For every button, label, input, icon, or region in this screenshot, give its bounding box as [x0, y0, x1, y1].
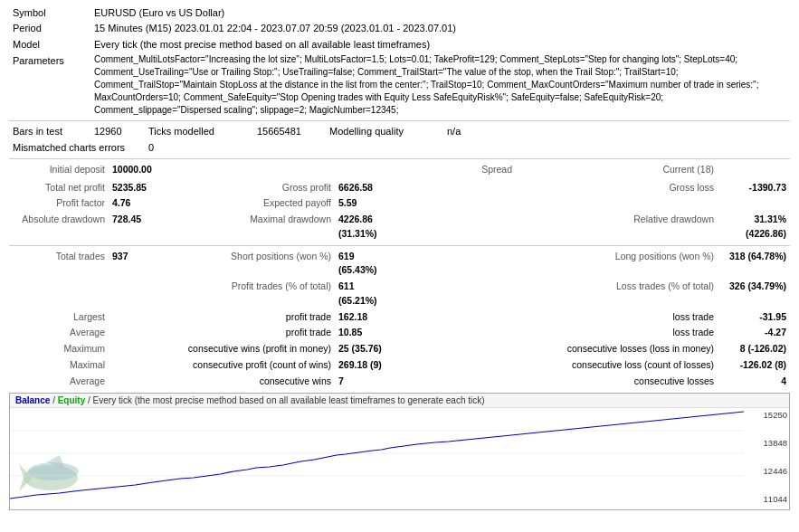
avg-consec-label: Average — [9, 374, 109, 390]
divider-2 — [9, 158, 790, 159]
spread-label: Spread — [353, 162, 516, 178]
max-consec-label: Maximum — [9, 341, 109, 357]
max-consec-sub: consecutive wins (profit in money) — [172, 341, 335, 357]
max-drawdown-value: 4226.86 (31.31%) — [335, 212, 398, 242]
y-label-1: 15250 — [747, 410, 787, 420]
mismatched-row: Mismatched charts errors 0 — [9, 140, 790, 156]
avg-consec-losses-label: consecutive losses — [398, 374, 718, 390]
chart-body: 15250 13848 12446 11044 — [10, 408, 789, 506]
chart-header: Balance / Equity / Every tick (the most … — [10, 394, 789, 408]
gross-loss-value: -1390.73 — [718, 180, 790, 196]
current-label: Current (18) — [579, 162, 718, 178]
bars-table: Bars in test 12960 Ticks modelled 156654… — [9, 124, 790, 156]
maximal-consec-label: Maximal — [9, 357, 109, 374]
symbol-row: Symbol EURUSD (Euro vs US Dollar) — [9, 5, 790, 21]
total-trades-row: Total trades 937 Short positions (won %)… — [9, 249, 790, 280]
loss-trades-value: 326 (34.79%) — [718, 279, 790, 309]
main-container: Symbol EURUSD (Euro vs US Dollar) Period… — [0, 0, 799, 516]
stats-table: Total net profit 5235.85 Gross profit 66… — [9, 180, 790, 242]
params-label: Parameters — [9, 52, 90, 118]
profit-factor-value: 4.76 — [109, 195, 172, 212]
trades-table: Total trades 937 Short positions (won %)… — [9, 249, 790, 390]
average-row: Average profit trade 10.85 loss trade -4… — [9, 325, 790, 341]
chart-subtitle: / Every tick (the most precise method ba… — [88, 395, 485, 405]
max-consec-loss-label: consecutive losses (loss in money) — [398, 341, 718, 357]
initial-label: Initial deposit — [9, 162, 109, 178]
avg-consec-row: Average consecutive wins 7 consecutive l… — [9, 374, 790, 390]
loss-trades-label: Loss trades (% of total) — [398, 279, 718, 309]
quality-label: Modelling quality — [326, 124, 443, 139]
average-profit-value: 10.85 — [335, 325, 398, 341]
y-label-2: 13848 — [747, 438, 787, 448]
equity-label: Equity — [58, 395, 86, 405]
net-profit-row: Total net profit 5235.85 Gross profit 66… — [9, 180, 790, 196]
drawdown-row: Absolute drawdown 728.45 Maximal drawdow… — [9, 212, 790, 242]
net-profit-value: 5235.85 — [109, 180, 172, 196]
maximal-consec-loss-label: consecutive loss (count of losses) — [398, 357, 718, 374]
params-value: Comment_MultiLotsFactor="Increasing the … — [90, 52, 790, 118]
gross-profit-value: 6626.58 — [335, 180, 398, 196]
max-consec-row: Maximum consecutive wins (profit in mone… — [9, 341, 790, 357]
largest-loss-label: loss trade — [398, 309, 718, 326]
maximal-consec-sub: consecutive profit (count of wins) — [172, 357, 335, 374]
info-table: Symbol EURUSD (Euro vs US Dollar) Period… — [9, 5, 790, 118]
total-trades-value: 937 — [109, 249, 172, 280]
net-profit-label: Total net profit — [9, 180, 109, 196]
model-label: Model — [9, 37, 90, 52]
maximal-consec-profit-value: 269.18 (9) — [335, 357, 398, 374]
y-label-3: 12446 — [747, 466, 787, 476]
largest-label: Largest — [9, 309, 109, 326]
ticks-value: 15665481 — [253, 124, 326, 139]
quality-value: n/a — [443, 124, 790, 139]
chart-area: Balance / Equity / Every tick (the most … — [9, 393, 790, 510]
mismatched-value: 0 — [145, 140, 253, 156]
bars-label: Bars in test — [9, 124, 90, 139]
ticks-label: Ticks modelled — [145, 124, 253, 139]
abs-drawdown-value: 728.45 — [109, 212, 172, 242]
largest-row: Largest profit trade 162.18 loss trade -… — [9, 309, 790, 326]
profit-factor-label: Profit factor — [9, 195, 109, 212]
short-pos-value: 619 (65.43%) — [335, 249, 398, 280]
average-profit-sub: profit trade — [172, 325, 335, 341]
initial-row: Initial deposit 10000.00 Spread Current … — [9, 162, 790, 178]
symbol-label: Symbol — [9, 5, 90, 21]
initial-table: Initial deposit 10000.00 Spread Current … — [9, 162, 790, 178]
avg-consec-sub: consecutive wins — [172, 374, 335, 390]
profit-trades-label: Profit trades (% of total) — [172, 279, 335, 309]
divider-1 — [9, 120, 790, 121]
maximal-consec-row: Maximal consecutive profit (count of win… — [9, 357, 790, 374]
abs-drawdown-label: Absolute drawdown — [9, 212, 109, 242]
bars-row: Bars in test 12960 Ticks modelled 156654… — [9, 124, 790, 139]
max-drawdown-label: Maximal drawdown — [172, 212, 335, 242]
average-loss-label: loss trade — [398, 325, 718, 341]
max-consec-value: 25 (35.76) — [335, 341, 398, 357]
average-loss-value: -4.27 — [718, 325, 790, 341]
bars-value: 12960 — [90, 124, 145, 139]
short-pos-label: Short positions (won %) — [172, 249, 335, 280]
period-value: 15 Minutes (M15) 2023.01.01 22:04 - 2023… — [90, 21, 790, 36]
largest-profit-sub: profit trade — [172, 309, 335, 326]
period-label: Period — [9, 21, 90, 36]
avg-consec-wins-value: 7 — [335, 374, 398, 390]
profit-trades-value: 611 (65.21%) — [335, 279, 398, 309]
largest-profit-value: 162.18 — [335, 309, 398, 326]
rel-drawdown-label: Relative drawdown — [398, 212, 718, 242]
expected-payoff-value: 5.59 — [335, 195, 398, 212]
expected-payoff-label: Expected payoff — [172, 195, 335, 212]
long-pos-label: Long positions (won %) — [398, 249, 718, 280]
divider-3 — [9, 245, 790, 246]
chart-svg — [10, 408, 744, 506]
model-value: Every tick (the most precise method base… — [90, 37, 790, 52]
balance-label: Balance — [15, 395, 50, 405]
average-label: Average — [9, 325, 109, 341]
total-trades-label: Total trades — [9, 249, 109, 280]
symbol-value: EURUSD (Euro vs US Dollar) — [90, 5, 790, 21]
gross-profit-label: Gross profit — [172, 180, 335, 196]
profit-factor-row: Profit factor 4.76 Expected payoff 5.59 — [9, 195, 790, 212]
initial-value: 10000.00 — [109, 162, 172, 178]
avg-consec-losses-value: 4 — [718, 374, 790, 390]
params-row: Parameters Comment_MultiLotsFactor="Incr… — [9, 52, 790, 118]
period-row: Period 15 Minutes (M15) 2023.01.01 22:04… — [9, 21, 790, 36]
profit-trades-row: Profit trades (% of total) 611 (65.21%) … — [9, 279, 790, 309]
largest-loss-value: -31.95 — [718, 309, 790, 326]
